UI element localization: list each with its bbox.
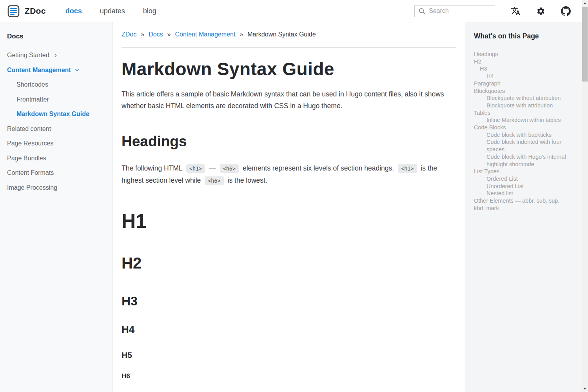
sidebar-item-label: Related content (7, 125, 51, 132)
breadcrumb: ZDoc»Docs»Content Management»Markdown Sy… (122, 31, 456, 38)
chevron-down-icon (74, 67, 80, 73)
intro-paragraph: This article offers a sample of basic Ma… (122, 88, 456, 112)
search-icon (419, 8, 425, 15)
sidebar-item-label: Shortcodes (16, 81, 48, 88)
toc-item-nested-list[interactable]: Nested list (474, 190, 572, 197)
main-content: ZDoc»Docs»Content Management»Markdown Sy… (113, 22, 465, 392)
page-title: Markdown Syntax Guide (122, 58, 456, 80)
sample-heading-h1: H1 (122, 210, 456, 233)
brand-logo[interactable]: ZDoc (7, 5, 46, 18)
sidebar-item-label: Image Processing (7, 184, 57, 191)
nav-link-blog[interactable]: blog (143, 7, 156, 15)
top-navbar: ZDoc docsupdatesblog (0, 0, 582, 22)
sidebar-item-getting-started[interactable]: Getting Started (7, 52, 108, 59)
inline-code: <h1> (186, 164, 205, 173)
toc-item-list-types[interactable]: List Types (474, 168, 572, 175)
translate-icon[interactable] (511, 6, 521, 16)
sidebar-title: Docs (7, 33, 108, 40)
sidebar-item-content-management[interactable]: Content Management (7, 67, 108, 74)
sidebar-item-image-processing[interactable]: Image Processing (7, 184, 108, 191)
nav-link-updates[interactable]: updates (100, 7, 125, 15)
sidebar-item-content-formats[interactable]: Content Formats (7, 169, 108, 176)
github-icon[interactable] (561, 6, 571, 16)
breadcrumb-link-docs[interactable]: Docs (149, 31, 163, 38)
docs-sidebar: Docs Getting StartedContent ManagementSh… (0, 22, 113, 392)
scrollbar-thumb[interactable] (582, 7, 588, 82)
chevron-right-icon (53, 53, 58, 58)
toc-item-inline-markdown-within-tables[interactable]: Inline Markdown within tables (474, 116, 572, 124)
nav-link-docs[interactable]: docs (65, 7, 82, 15)
toc-item-code-block-indented-with-four-spaces[interactable]: Code block indented with four spaces (474, 138, 572, 153)
toc-item-ordered-list[interactable]: Ordered List (474, 175, 572, 183)
sidebar-item-page-bundles[interactable]: Page Bundles (7, 155, 108, 162)
gear-icon[interactable] (536, 7, 545, 16)
breadcrumb-link-zdoc[interactable]: ZDoc (122, 31, 136, 38)
main-nav: docsupdatesblog (65, 7, 156, 15)
sample-heading-h6: H6 (122, 372, 456, 380)
toc-item-tables[interactable]: Tables (474, 109, 572, 117)
scroll-up-arrow-icon[interactable] (582, 0, 588, 7)
search-box[interactable] (414, 5, 495, 17)
sidebar-item-frontmatter[interactable]: Frontmatter (7, 96, 108, 103)
sidebar-item-markdown-syntax-guide[interactable]: Markdown Syntax Guide (7, 111, 108, 118)
sample-heading-h5: H5 (122, 350, 456, 360)
sidebar-item-label: Getting Started (7, 52, 49, 59)
toc-list: HeadingsH2H3H4ParagraphBlockquotesBlockq… (474, 51, 572, 212)
brand-name: ZDoc (25, 6, 46, 16)
sidebar-item-label: Markdown Syntax Guide (16, 111, 89, 118)
header-right (414, 5, 571, 17)
toc-item-code-block-with-hugo-s-internal-highlight-shortcode[interactable]: Code block with Hugo's internal highligh… (474, 153, 572, 168)
toc-item-blockquotes[interactable]: Blockquotes (474, 87, 572, 95)
toc-item-h2[interactable]: H2 (474, 58, 572, 65)
toc-item-blockquote-with-attribution[interactable]: Blockquote with attribution (474, 102, 572, 109)
toc-item-paragraph[interactable]: Paragraph (474, 80, 572, 87)
sample-heading-h2: H2 (122, 254, 456, 272)
sidebar-item-page-resources[interactable]: Page Resources (7, 140, 108, 147)
sidebar-item-label: Content Management (7, 67, 71, 74)
sidebar-list: Getting StartedContent ManagementShortco… (7, 52, 108, 191)
breadcrumb-separator: » (141, 31, 144, 38)
breadcrumb-divider (122, 47, 456, 48)
inline-code: <h6> (205, 176, 224, 185)
toc-title: What's on this Page (474, 32, 572, 40)
inline-code: <h6> (220, 164, 239, 173)
document-icon (7, 5, 20, 18)
sidebar-item-label: Content Formats (7, 169, 54, 176)
sidebar-item-label: Page Bundles (7, 155, 46, 162)
breadcrumb-link-content-management[interactable]: Content Management (175, 31, 236, 38)
scroll-down-arrow-icon[interactable] (582, 385, 588, 392)
toc-item-other-elements-abbr-sub-sup-kbd-mark[interactable]: Other Elements — abbr, sub, sup, kbd, ma… (474, 197, 572, 212)
sidebar-item-label: Frontmatter (16, 96, 49, 103)
breadcrumb-current: Markdown Syntax Guide (247, 31, 316, 38)
toc-item-code-block-with-backticks[interactable]: Code block with backticks (474, 131, 572, 139)
search-input[interactable] (429, 7, 491, 15)
sample-headings: H1H2H3H4H5H6 (122, 210, 456, 380)
headings-paragraph: The following HTML <h1> — <h6> elements … (122, 162, 456, 187)
breadcrumb-separator: » (240, 31, 243, 38)
toc-item-h4[interactable]: H4 (474, 73, 572, 80)
toc-item-headings[interactable]: Headings (474, 51, 572, 58)
breadcrumb-separator: » (167, 31, 171, 38)
toc-sidebar: What's on this Page HeadingsH2H3H4Paragr… (465, 22, 582, 392)
toc-item-unordered-list[interactable]: Unordered List (474, 183, 572, 190)
inline-code: <h1> (398, 164, 417, 173)
toc-item-code-blocks[interactable]: Code Blocks (474, 124, 572, 131)
sidebar-item-label: Page Resources (7, 140, 53, 147)
sample-heading-h3: H3 (122, 294, 456, 309)
toc-item-blockquote-without-attribution[interactable]: Blockquote without attribution (474, 94, 572, 102)
sidebar-item-shortcodes[interactable]: Shortcodes (7, 81, 108, 88)
sidebar-item-related-content[interactable]: Related content (7, 125, 108, 132)
page-scrollbar[interactable] (582, 0, 588, 392)
section-heading-headings: Headings (122, 133, 456, 150)
sample-heading-h4: H4 (122, 324, 456, 336)
toc-item-h3[interactable]: H3 (474, 65, 572, 73)
